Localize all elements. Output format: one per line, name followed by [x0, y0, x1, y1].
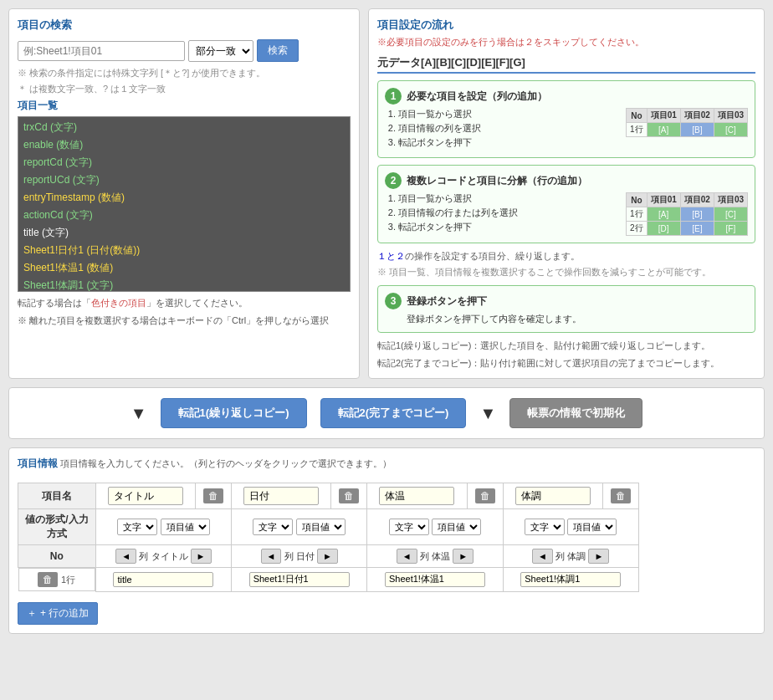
step3-box: 3 登録ボタンを押下 登録ボタンを押下して内容を確定します。 [377, 285, 755, 333]
col3-name-input[interactable] [379, 487, 454, 505]
format-header: 値の形式/入力方式 [18, 509, 96, 545]
col2-name-cell [232, 483, 331, 509]
step3-content: 登録ボタンを押下して内容を確定します。 [385, 313, 748, 325]
col4-name-cell [503, 483, 602, 509]
search-input[interactable] [18, 41, 185, 61]
item-info-title: 項目情報 [18, 457, 58, 469]
col1-input-select[interactable]: 項目値固定値計算式 [161, 519, 210, 535]
col2-format-cell: 文字数値日付 項目値固定値計算式 [232, 509, 367, 545]
col2-name-input[interactable] [243, 487, 319, 505]
step1-item1: 項目一覧から選択 [398, 108, 617, 120]
search-section-title: 項目の検索 [18, 18, 351, 33]
match-type-select[interactable]: 部分一致 完全一致 前方一致 [188, 40, 253, 62]
transfer2-button[interactable]: 転記2(完了までコピー) [320, 398, 467, 428]
col4-input-select[interactable]: 項目値固定値計算式 [567, 519, 617, 535]
flow-note: ※必要項目の設定のみを行う場合は２をスキップしてください。 [377, 36, 755, 49]
col4-delete-cell: 🗑 [602, 483, 638, 509]
row1-col1-input[interactable] [113, 572, 213, 587]
step1-item2: 項目情報の列を選択 [398, 122, 617, 135]
list-item[interactable]: title (文字) [20, 224, 348, 242]
list-item[interactable]: actionCd (文字) [20, 207, 348, 224]
col1-delete-button[interactable]: 🗑 [203, 488, 223, 503]
source-data-title: 元データ[A][B][C][D][E][F][G] [377, 55, 755, 74]
col4-delete-button[interactable]: 🗑 [611, 488, 631, 503]
col2-nav-left[interactable]: ◄ [261, 549, 282, 564]
col1-nav-left[interactable]: ◄ [115, 549, 136, 564]
col2-input-select[interactable]: 項目値固定値計算式 [296, 519, 346, 535]
col1-format-select[interactable]: 文字数値日付 [117, 519, 157, 535]
no-header: No [18, 545, 96, 568]
search-hint2: ＊ は複数文字一致、? は１文字一致 [18, 83, 351, 95]
col2-format-select[interactable]: 文字数値日付 [253, 519, 293, 535]
col3-nav-cell: ◄ 列 体温 ► [367, 545, 503, 568]
step2-item1: 項目一覧から選択 [398, 192, 617, 205]
col4-nav-left[interactable]: ◄ [532, 549, 553, 564]
row1-col4-cell [503, 568, 638, 592]
col2-delete-cell: 🗑 [331, 483, 367, 509]
col2-nav-label: 列 日付 [284, 551, 317, 561]
step1-list: 項目一覧から選択 項目情報の列を選択 転記ボタンを押下 [385, 108, 617, 151]
search-hint1: ※ 検索の条件指定には特殊文字列 [＊と?] が使用できます。 [18, 67, 351, 79]
col3-nav-right[interactable]: ► [453, 549, 474, 564]
row1-col2-cell [232, 568, 367, 592]
row1-num: 1行 [61, 574, 75, 586]
transfer1-button[interactable]: 転記1(繰り返しコピー) [161, 398, 307, 428]
list-item[interactable]: Sheet1!体温1 (数値) [20, 259, 348, 277]
col3-input-select[interactable]: 項目値固定値計算式 [432, 519, 481, 535]
between-note: １と２の操作を設定する項目分、繰り返します。 [377, 250, 755, 263]
col1-name-cell [95, 483, 195, 509]
copy-note2: 転記2(完了までコピー)：貼り付け範囲に対して選択項目の完了までコピーします。 [377, 357, 755, 370]
col1-nav-right[interactable]: ► [191, 549, 212, 564]
step2-item3: 転記ボタンを押下 [398, 221, 617, 233]
col3-format-select[interactable]: 文字数値日付 [389, 519, 429, 535]
row1-col3-input[interactable] [385, 572, 485, 587]
arrow-down-icon1: ▼ [131, 404, 147, 423]
row1-col4-input[interactable] [520, 572, 621, 587]
col4-format-select[interactable]: 文字数値日付 [525, 519, 565, 535]
item-info-subtitle: 項目情報を入力してください。（列と行のヘッダをクリックで選択できます。） [60, 458, 392, 468]
col3-format-cell: 文字数値日付 項目値固定値計算式 [367, 509, 503, 545]
col2-delete-button[interactable]: 🗑 [339, 488, 359, 503]
flow-title: 項目設定の流れ [377, 18, 755, 33]
item-list: trxCd (文字) enable (数値) reportCd (文字) rep… [18, 116, 351, 292]
col2-nav-cell: ◄ 列 日付 ► [232, 545, 367, 568]
step2-title: 複数レコードと項目に分解（行の追加） [407, 174, 587, 188]
step1-box: 1 必要な項目を設定（列の追加） 項目一覧から選択 項目情報の列を選択 転記ボタ… [377, 80, 755, 158]
step1-num: 1 [385, 88, 402, 105]
list-item[interactable]: Sheet1!日付1 (日付(数値)) [20, 242, 348, 259]
add-row-button[interactable]: ＋+ 行の追加 [18, 602, 98, 625]
plus-icon: ＋ [27, 607, 37, 619]
init-button[interactable]: 帳票の情報で初期化 [509, 398, 642, 428]
left-panel: 項目の検索 部分一致 完全一致 前方一致 検索 ※ 検索の条件指定には特殊文字列… [8, 8, 360, 379]
col4-name-input[interactable] [515, 487, 591, 505]
row1-col1-cell [95, 568, 231, 592]
note1: 転記する場合は「色付きの項目」を選択してください。 [18, 297, 351, 309]
row1-col2-input[interactable] [249, 572, 350, 587]
col3-name-cell [367, 483, 467, 509]
skip-note: ※ 項目一覧、項目情報を複数選択することで操作回数を減らすことが可能です。 [377, 266, 755, 278]
search-button[interactable]: 検索 [257, 39, 299, 62]
col1-delete-cell: 🗑 [196, 483, 232, 509]
col1-name-input[interactable] [108, 487, 183, 505]
data-row-1: 🗑 1行 [18, 568, 755, 592]
col3-delete-button[interactable]: 🗑 [475, 488, 495, 503]
list-item[interactable]: reportCd (文字) [20, 154, 348, 171]
row1-col3-cell [367, 568, 503, 592]
list-item[interactable]: reportUCd (文字) [20, 171, 348, 189]
list-item[interactable]: enable (数値) [20, 136, 348, 154]
col1-nav-cell: ◄ 列 タイトル ► [95, 545, 231, 568]
step2-box: 2 複数レコードと項目に分解（行の追加） 項目一覧から選択 項目情報の行または列… [377, 165, 755, 243]
list-item[interactable]: Sheet1!体調1 (文字) [20, 277, 348, 292]
add-row-label: + 行の追加 [40, 607, 89, 619]
col1-format-cell: 文字数値日付 項目値固定値計算式 [95, 509, 231, 545]
step1-item3: 転記ボタンを押下 [398, 136, 617, 149]
list-item[interactable]: trxCd (文字) [20, 119, 348, 136]
arrow-down-icon2: ▼ [479, 404, 496, 423]
col3-nav-label: 列 体温 [420, 551, 453, 561]
list-item[interactable]: entryTimestamp (数値) [20, 189, 348, 207]
step2-list: 項目一覧から選択 項目情報の行または列を選択 転記ボタンを押下 [385, 192, 617, 235]
row1-delete-button[interactable]: 🗑 [38, 572, 58, 587]
col3-nav-left[interactable]: ◄ [397, 549, 417, 564]
col2-nav-right[interactable]: ► [317, 549, 338, 564]
col4-nav-right[interactable]: ► [588, 549, 609, 564]
